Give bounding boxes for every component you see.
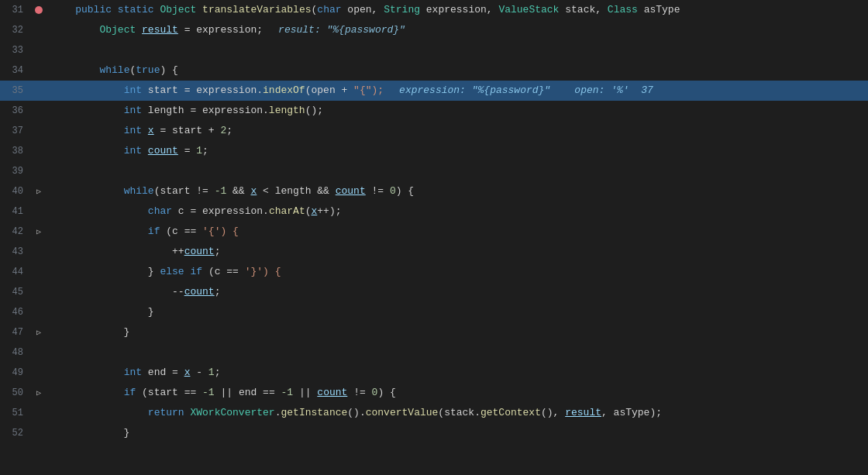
code-content-52: }	[48, 423, 868, 443]
line-number-37: 37	[0, 121, 29, 141]
line-50: 50 ▷ if (start == -1 || end == -1 || cou…	[0, 383, 868, 403]
code-content-45: --count;	[48, 282, 868, 302]
code-content-38: int count = 1;	[48, 141, 868, 161]
line-number-50: 50	[0, 383, 29, 403]
code-content-43: ++count;	[48, 242, 868, 262]
line-number-46: 46	[0, 302, 29, 322]
line-number-34: 34	[0, 60, 29, 81]
code-content-44: } else if (c == '}') {	[48, 262, 868, 282]
line-number-38: 38	[0, 141, 29, 161]
line-number-33: 33	[0, 40, 29, 60]
line-45: 45 --count;	[0, 282, 868, 302]
line-33: 33	[0, 40, 868, 60]
breakpoint-31	[35, 6, 43, 14]
line-number-43: 43	[0, 242, 29, 262]
gutter-47: ▷	[29, 328, 48, 337]
code-content-47: }	[48, 322, 868, 342]
line-39: 39	[0, 161, 868, 181]
line-52: 52 }	[0, 423, 868, 443]
code-content-37: int x = start + 2;	[48, 121, 868, 141]
line-41: 41 char c = expression.charAt(x++);	[0, 201, 868, 222]
line-number-47: 47	[0, 322, 29, 342]
line-number-45: 45	[0, 282, 29, 302]
line-37: 37 int x = start + 2;	[0, 121, 868, 141]
code-content-31: public static Object translateVariables(…	[48, 0, 868, 20]
code-editor: 31 public static Object translateVariabl…	[0, 0, 868, 475]
code-content-46: }	[48, 302, 868, 322]
code-content-41: char c = expression.charAt(x++);	[48, 201, 868, 222]
line-40: 40 ▷ while(start != -1 && x < length && …	[0, 181, 868, 201]
line-49: 49 int end = x - 1;	[0, 363, 868, 383]
line-number-41: 41	[0, 201, 29, 222]
gutter-50: ▷	[29, 388, 48, 398]
line-number-51: 51	[0, 403, 29, 423]
line-36: 36 int length = expression.length();	[0, 101, 868, 121]
line-46: 46 }	[0, 302, 868, 322]
line-number-44: 44	[0, 262, 29, 282]
code-content-49: int end = x - 1;	[48, 363, 868, 383]
line-32: 32 Object result = expression;result: "%…	[0, 20, 868, 40]
line-38: 38 int count = 1;	[0, 141, 868, 161]
arrow-42: ▷	[36, 227, 41, 236]
code-content-35: int start = expression.indexOf(open + "{…	[48, 81, 868, 101]
line-34: 34 while(true) {	[0, 60, 868, 81]
code-content-50: if (start == -1 || end == -1 || count !=…	[48, 383, 868, 403]
gutter-40: ▷	[29, 187, 48, 196]
line-number-31: 31	[0, 0, 29, 20]
gutter-42: ▷	[29, 227, 48, 236]
line-number-48: 48	[0, 342, 29, 363]
line-number-32: 32	[0, 20, 29, 40]
code-content-36: int length = expression.length();	[48, 101, 868, 121]
line-number-52: 52	[0, 423, 29, 443]
line-43: 43 ++count;	[0, 242, 868, 262]
code-content-51: return XWorkConverter.getInstance().conv…	[48, 403, 868, 423]
line-42: 42 ▷ if (c == '{') {	[0, 222, 868, 242]
code-content-34: while(true) {	[48, 60, 868, 81]
line-44: 44 } else if (c == '}') {	[0, 262, 868, 282]
line-number-39: 39	[0, 161, 29, 181]
code-content-32: Object result = expression;result: "%{pa…	[48, 20, 868, 40]
line-48: 48	[0, 342, 868, 363]
line-number-35: 35	[0, 81, 29, 101]
line-number-42: 42	[0, 222, 29, 242]
code-content-42: if (c == '{') {	[48, 222, 868, 242]
code-content-40: while(start != -1 && x < length && count…	[48, 181, 868, 201]
arrow-47: ▷	[36, 328, 41, 337]
line-51: 51 return XWorkConverter.getInstance().c…	[0, 403, 868, 423]
line-31: 31 public static Object translateVariabl…	[0, 0, 868, 20]
arrow-50: ▷	[36, 388, 41, 398]
line-35: 35 int start = expression.indexOf(open +…	[0, 81, 868, 101]
line-47: 47 ▷ }	[0, 322, 868, 342]
line-number-49: 49	[0, 363, 29, 383]
gutter-31	[29, 6, 48, 14]
code-area: 31 public static Object translateVariabl…	[0, 0, 868, 475]
line-number-40: 40	[0, 181, 29, 201]
line-number-36: 36	[0, 101, 29, 121]
arrow-40: ▷	[36, 187, 41, 196]
